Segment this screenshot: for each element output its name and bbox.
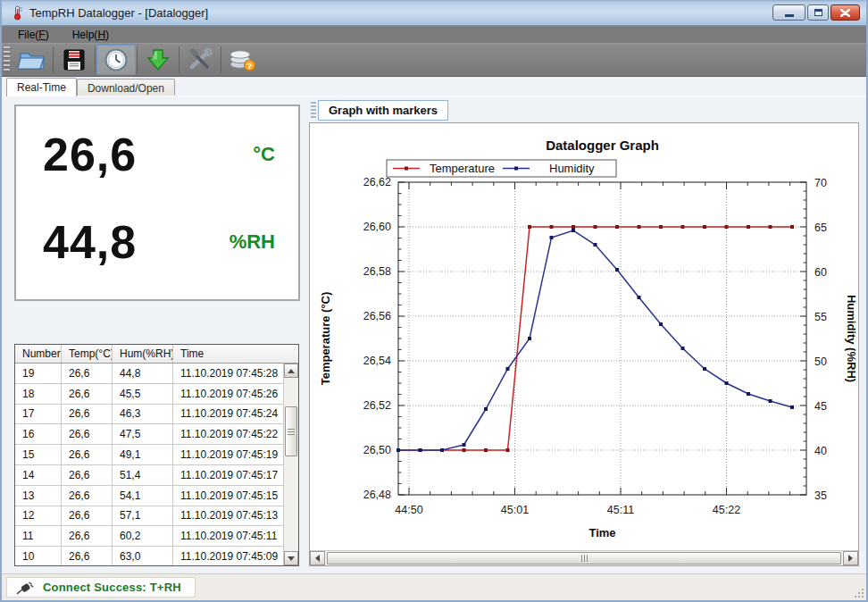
table-vertical-scrollbar[interactable]	[283, 364, 298, 565]
table-cell: 13	[15, 486, 62, 506]
close-icon	[840, 9, 850, 17]
svg-text:45:22: 45:22	[713, 504, 740, 516]
tab-download-open[interactable]: Download/Open	[77, 79, 175, 96]
graph-panel: Datalogger Graph26,4826,5026,5226,5426,5…	[309, 122, 859, 566]
save-button[interactable]	[54, 45, 94, 75]
svg-text:26,52: 26,52	[363, 399, 391, 412]
svg-text:65: 65	[814, 222, 827, 234]
table-row[interactable]: 1826,645,511.10.2019 07:45:26	[15, 384, 283, 405]
column-header[interactable]: Temp(°C)	[62, 345, 113, 363]
maximize-icon	[814, 9, 822, 16]
scroll-down-button[interactable]	[284, 551, 298, 565]
table-cell: 18	[15, 384, 62, 404]
menu-item-file[interactable]: File(F)	[18, 29, 49, 41]
arrow-down-icon	[288, 556, 295, 561]
graph-toolstrip-grip[interactable]	[311, 102, 316, 120]
svg-text:26,62: 26,62	[363, 176, 391, 188]
toolbar-separator	[221, 46, 221, 73]
svg-text:26,60: 26,60	[363, 221, 391, 233]
readout-panel: 26,6 °C 44,8 %RH	[14, 105, 300, 301]
table-cell: 16	[15, 424, 62, 444]
table-cell: 26,6	[62, 526, 113, 546]
menubar: File(F) Help(H)	[2, 26, 866, 43]
data-table: NumberTemp(°C)Hum(%RH)Time 1926,644,811.…	[14, 344, 299, 566]
svg-text:26,58: 26,58	[363, 265, 391, 278]
download-button[interactable]	[138, 45, 178, 75]
toolbar-separator	[137, 46, 138, 73]
table-cell: 26,6	[62, 384, 113, 404]
svg-text:45:11: 45:11	[607, 504, 634, 516]
table-row[interactable]: 1426,651,411.10.2019 07:45:17	[15, 465, 283, 486]
datalogger-chart: Datalogger Graph26,4826,5026,5226,5426,5…	[310, 123, 858, 550]
table-row[interactable]: 1226,657,111.10.2019 07:45:13	[15, 506, 283, 527]
table-cell: 12	[15, 506, 62, 526]
close-button[interactable]	[830, 4, 860, 21]
table-row[interactable]: 1026,663,011.10.2019 07:45:09	[15, 547, 283, 565]
open-folder-icon	[18, 47, 46, 72]
table-cell: 19	[15, 364, 62, 383]
svg-text:35: 35	[814, 489, 827, 502]
table-cell: 26,6	[62, 405, 113, 424]
column-header[interactable]: Number	[15, 345, 62, 363]
svg-text:40: 40	[814, 445, 827, 457]
scroll-left-button[interactable]	[310, 551, 325, 565]
database-help-icon: ?	[228, 47, 256, 72]
svg-text:45: 45	[814, 400, 827, 413]
table-row[interactable]: 1326,654,111.10.2019 07:45:15	[15, 486, 283, 506]
table-cell: 11.10.2019 07:45:22	[173, 424, 283, 444]
svg-text:50: 50	[814, 355, 827, 368]
table-row[interactable]: 1726,646,311.10.2019 07:45:24	[15, 405, 283, 425]
titlebar: TempRH Datalogger - [Datalogger]	[2, 0, 866, 26]
table-row[interactable]: 1126,660,211.10.2019 07:45:11	[15, 526, 283, 547]
toolbar-grip[interactable]	[4, 46, 10, 73]
download-arrow-icon	[146, 47, 171, 72]
column-header[interactable]: Hum(%RH)	[113, 345, 173, 363]
scroll-up-button[interactable]	[284, 364, 298, 378]
svg-text:26,48: 26,48	[363, 489, 391, 501]
hscroll-thumb[interactable]	[327, 552, 841, 564]
minimize-button[interactable]	[772, 4, 805, 21]
table-row[interactable]: 1626,647,511.10.2019 07:45:22	[15, 424, 283, 445]
window-title: TempRH Datalogger - [Datalogger]	[29, 6, 208, 20]
table-cell: 17	[15, 405, 62, 424]
table-cell: 49,1	[113, 445, 173, 464]
table-row[interactable]: 1526,649,111.10.2019 07:45:19	[15, 445, 283, 465]
app-window: TempRH Datalogger - [Datalogger] File(F)…	[0, 0, 868, 602]
svg-text:26,54: 26,54	[363, 355, 391, 367]
table-cell: 11.10.2019 07:45:28	[173, 364, 283, 383]
svg-text:Time: Time	[588, 526, 615, 539]
tabbar: Real-Time Download/Open	[2, 77, 866, 96]
table-row[interactable]: 1926,644,811.10.2019 07:45:28	[15, 364, 283, 384]
menu-item-help[interactable]: Help(H)	[72, 29, 109, 41]
tab-real-time[interactable]: Real-Time	[6, 78, 77, 96]
open-file-button[interactable]	[13, 45, 52, 75]
arrow-right-icon	[848, 555, 853, 562]
database-help-button[interactable]: ?	[222, 45, 262, 75]
svg-text:?: ?	[247, 61, 253, 71]
resize-grip[interactable]	[854, 588, 864, 598]
svg-text:60: 60	[814, 266, 827, 279]
realtime-button[interactable]	[96, 45, 136, 75]
column-header[interactable]: Time	[173, 345, 298, 363]
menu-help-text: Help(	[72, 29, 98, 41]
graph-with-markers-button[interactable]: Graph with markers	[318, 100, 448, 121]
toolbar-separator	[53, 46, 54, 73]
maximize-button[interactable]	[807, 4, 829, 21]
table-cell: 26,6	[62, 547, 113, 565]
table-cell: 44,8	[113, 364, 173, 383]
settings-button[interactable]	[180, 45, 220, 75]
temperature-value: 26,6	[43, 128, 137, 181]
scroll-thumb[interactable]	[285, 406, 297, 456]
table-cell: 57,1	[113, 506, 173, 526]
table-cell: 46,3	[113, 405, 173, 424]
svg-text:26,50: 26,50	[363, 444, 391, 456]
plug-icon	[16, 581, 34, 595]
table-cell: 11.10.2019 07:45:13	[173, 506, 283, 526]
scroll-right-button[interactable]	[843, 551, 858, 565]
graph-horizontal-scrollbar[interactable]	[310, 550, 858, 565]
toolbar: ?	[2, 43, 866, 77]
svg-text:Humidity: Humidity	[549, 162, 595, 175]
arrow-up-icon	[288, 369, 295, 373]
save-floppy-icon	[62, 47, 87, 72]
table-cell: 15	[15, 445, 62, 464]
